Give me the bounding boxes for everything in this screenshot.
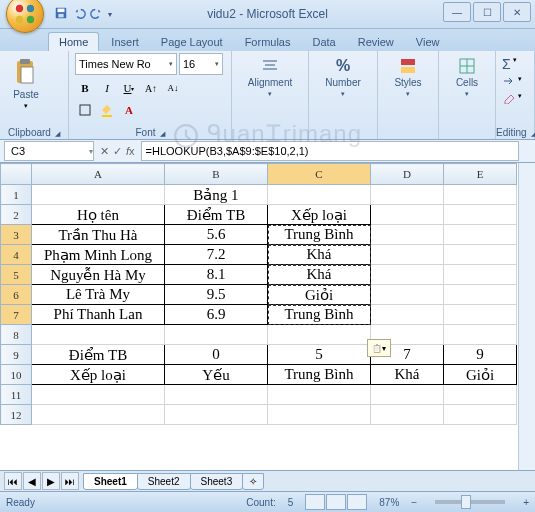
- cell-b2[interactable]: Điểm TB: [165, 205, 268, 225]
- fill-icon[interactable]: [502, 75, 516, 89]
- cell-d6[interactable]: [371, 285, 444, 305]
- cell-b10[interactable]: Yếu: [165, 365, 268, 385]
- zoom-out-icon[interactable]: −: [411, 497, 417, 508]
- name-box[interactable]: C3▾: [4, 141, 94, 161]
- undo-icon[interactable]: [72, 6, 86, 22]
- cell-e5[interactable]: [444, 265, 517, 285]
- row-header-11[interactable]: 11: [1, 385, 32, 405]
- row-header-1[interactable]: 1: [1, 185, 32, 205]
- cell-b6[interactable]: 9.5: [165, 285, 268, 305]
- cell-b1[interactable]: Bảng 1: [165, 185, 268, 205]
- zoom-in-icon[interactable]: +: [523, 497, 529, 508]
- zoom-level[interactable]: 87%: [379, 497, 399, 508]
- row-header-8[interactable]: 8: [1, 325, 32, 345]
- tab-review[interactable]: Review: [348, 33, 404, 51]
- cell-d11[interactable]: [371, 385, 444, 405]
- cell-a4[interactable]: Phạm Minh Long: [32, 245, 165, 265]
- cell-c10[interactable]: Trung Bình: [268, 365, 371, 385]
- formula-bar[interactable]: =HLOOKUP(B3,$A$9:$E$10,2,1): [141, 141, 519, 161]
- border-button[interactable]: [75, 100, 95, 120]
- col-header-d[interactable]: D: [371, 164, 444, 185]
- font-size-combo[interactable]: 16▾: [179, 53, 223, 75]
- vertical-scrollbar[interactable]: [518, 163, 535, 470]
- cell-b7[interactable]: 6.9: [165, 305, 268, 325]
- enter-formula-icon[interactable]: ✓: [113, 145, 122, 158]
- cancel-formula-icon[interactable]: ✕: [100, 145, 109, 158]
- cell-c6[interactable]: Giỏi: [268, 285, 371, 305]
- cell-a12[interactable]: [32, 405, 165, 425]
- col-header-c[interactable]: C: [268, 164, 371, 185]
- cell-b4[interactable]: 7.2: [165, 245, 268, 265]
- cell-a8[interactable]: [32, 325, 165, 345]
- cell-c8[interactable]: [268, 325, 371, 345]
- cell-e1[interactable]: [444, 185, 517, 205]
- tab-insert[interactable]: Insert: [101, 33, 149, 51]
- cell-e11[interactable]: [444, 385, 517, 405]
- paste-dropdown-icon[interactable]: ▾: [24, 102, 28, 110]
- increase-font-icon[interactable]: A↑: [141, 78, 161, 98]
- office-button[interactable]: [6, 0, 44, 33]
- maximize-button[interactable]: ☐: [473, 2, 501, 22]
- tab-page-layout[interactable]: Page Layout: [151, 33, 233, 51]
- sheet-nav-first-icon[interactable]: ⏮: [4, 472, 22, 490]
- row-header-6[interactable]: 6: [1, 285, 32, 305]
- cell-d10[interactable]: Khá: [371, 365, 444, 385]
- cell-d3[interactable]: [371, 225, 444, 245]
- page-break-view-icon[interactable]: [347, 494, 367, 510]
- row-header-10[interactable]: 10: [1, 365, 32, 385]
- cell-a1[interactable]: [32, 185, 165, 205]
- sheet-nav-last-icon[interactable]: ⏭: [61, 472, 79, 490]
- row-header-3[interactable]: 3: [1, 225, 32, 245]
- cell-c4[interactable]: Khá: [268, 245, 371, 265]
- sheet-nav-next-icon[interactable]: ▶: [42, 472, 60, 490]
- cell-e10[interactable]: Giỏi: [444, 365, 517, 385]
- cell-a2[interactable]: Họ tên: [32, 205, 165, 225]
- paste-icon[interactable]: [13, 57, 39, 87]
- cell-c3[interactable]: Trung Bình: [268, 225, 371, 245]
- cell-c9[interactable]: 5: [268, 345, 371, 365]
- row-header-4[interactable]: 4: [1, 245, 32, 265]
- paste-button[interactable]: Paste: [13, 89, 39, 100]
- styles-button[interactable]: Styles▾: [384, 53, 432, 102]
- cell-b3[interactable]: 5.6: [165, 225, 268, 245]
- font-color-button[interactable]: A: [119, 100, 139, 120]
- cell-a3[interactable]: Trần Thu Hà: [32, 225, 165, 245]
- cell-e4[interactable]: [444, 245, 517, 265]
- cell-c12[interactable]: [268, 405, 371, 425]
- qat-dropdown-icon[interactable]: ▾: [108, 10, 112, 19]
- cell-d7[interactable]: [371, 305, 444, 325]
- cell-e8[interactable]: [444, 325, 517, 345]
- normal-view-icon[interactable]: [305, 494, 325, 510]
- cell-c5[interactable]: Khá: [268, 265, 371, 285]
- sheet-tab-1[interactable]: Sheet1: [83, 473, 138, 490]
- row-header-2[interactable]: 2: [1, 205, 32, 225]
- underline-button[interactable]: U▾: [119, 78, 139, 98]
- cell-e6[interactable]: [444, 285, 517, 305]
- cell-b8[interactable]: [165, 325, 268, 345]
- fill-color-button[interactable]: [97, 100, 117, 120]
- cell-a7[interactable]: Phí Thanh Lan: [32, 305, 165, 325]
- row-header-9[interactable]: 9: [1, 345, 32, 365]
- tab-home[interactable]: Home: [48, 32, 99, 51]
- cell-e2[interactable]: [444, 205, 517, 225]
- cell-d1[interactable]: [371, 185, 444, 205]
- page-layout-view-icon[interactable]: [326, 494, 346, 510]
- cell-c1[interactable]: [268, 185, 371, 205]
- decrease-font-icon[interactable]: A↓: [163, 78, 183, 98]
- alignment-button[interactable]: Alignment▾: [238, 53, 302, 102]
- cell-e12[interactable]: [444, 405, 517, 425]
- cell-a6[interactable]: Lê Trà My: [32, 285, 165, 305]
- cell-e3[interactable]: [444, 225, 517, 245]
- italic-button[interactable]: I: [97, 78, 117, 98]
- cells-button[interactable]: Cells▾: [445, 53, 489, 102]
- cell-b5[interactable]: 8.1: [165, 265, 268, 285]
- cell-a11[interactable]: [32, 385, 165, 405]
- bold-button[interactable]: B: [75, 78, 95, 98]
- clear-icon[interactable]: [502, 92, 516, 106]
- tab-formulas[interactable]: Formulas: [235, 33, 301, 51]
- save-icon[interactable]: [54, 6, 68, 22]
- close-button[interactable]: ✕: [503, 2, 531, 22]
- col-header-e[interactable]: E: [444, 164, 517, 185]
- tab-data[interactable]: Data: [302, 33, 345, 51]
- cell-a5[interactable]: Nguyễn Hà My: [32, 265, 165, 285]
